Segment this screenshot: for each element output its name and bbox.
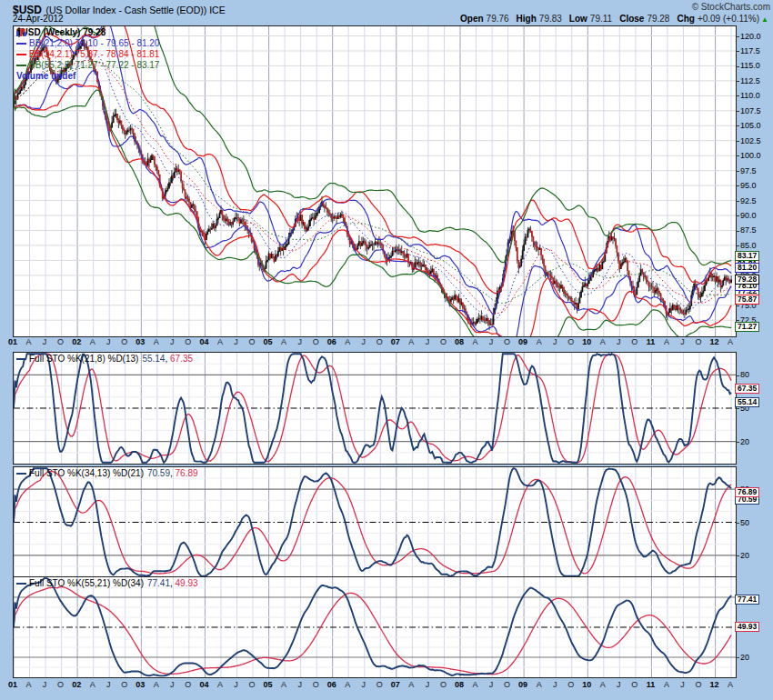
x-axis-tick-label: J <box>483 337 499 346</box>
x-axis-tick-label: 02 <box>68 680 85 689</box>
x-axis-tick-label: A <box>595 337 611 346</box>
x-axis-tick-label: J <box>419 337 436 346</box>
x-axis-tick-label: O <box>499 337 516 346</box>
x-axis-tick-label: A <box>722 680 738 689</box>
x-axis-tick-label: 03 <box>132 337 148 346</box>
series-label: $USD (Weekly) 79.28 <box>16 27 105 38</box>
ohlc-value: 79.11 <box>590 14 612 24</box>
stochastic-panel-2: Full STO %K(34,13) %D(21)70.59, 76.89 <box>13 466 737 578</box>
x-axis-tick-label: J <box>292 337 308 346</box>
x-axis-tick-label: 06 <box>324 680 340 689</box>
stoch-k-value: 70.59 <box>147 468 170 479</box>
current-value-box: 77.41 <box>735 595 759 605</box>
x-axis-tick-label: O <box>499 680 516 689</box>
current-value-box: 79.28 <box>735 275 759 285</box>
x-axis-tick-label: A <box>276 680 292 689</box>
x-axis-tick-label: 10 <box>578 337 595 346</box>
x-axis-tick-label: A <box>21 680 37 689</box>
x-axis-tick-label: J <box>419 680 436 689</box>
stoch-d-value: 76.89 <box>176 468 198 479</box>
y-axis-tick-label: 87.5 <box>736 225 757 235</box>
ohlc-label: High <box>517 14 537 24</box>
y-axis-tick-label: 100.0 <box>736 151 761 160</box>
stochastic-canvas <box>14 577 736 677</box>
stoch-name: Full STO %K(34,13) %D(21) <box>29 468 144 479</box>
copyright-label: © StockCharts.com <box>692 2 770 12</box>
x-axis-tick-label: O <box>307 337 324 346</box>
current-value-box: 71.27 <box>735 322 759 332</box>
x-axis-tick-label: O <box>244 680 260 689</box>
x-axis-tick-label: 06 <box>324 337 340 346</box>
ohlc-value: 79.76 <box>487 14 509 24</box>
x-axis-tick-label: 10 <box>578 680 595 689</box>
x-axis-tick-label: 02 <box>68 337 85 346</box>
x-axis-tick-label: A <box>212 680 228 689</box>
x-axis-tick-label: O <box>116 337 133 346</box>
legend-series: $USD (Weekly) 79.28 <box>16 27 159 38</box>
x-axis-tick-label: 08 <box>451 680 467 689</box>
x-axis-tick-label: O <box>627 680 643 689</box>
x-axis-tick-label: A <box>276 337 292 346</box>
current-value-box: 75.87 <box>735 295 759 305</box>
stoch-d-value: 49.93 <box>176 578 198 589</box>
x-axis-tick-label: A <box>403 680 419 689</box>
stoch-name: Full STO %K(55,21) %D(34) <box>29 578 144 589</box>
x-axis-tick-label: J <box>100 337 116 346</box>
legend-band-1: BB(34,2.1) 75.87 - 78.84 - 81.81 <box>16 49 159 60</box>
x-axis-tick-label: 09 <box>515 337 531 346</box>
y-axis-tick-label: 50 <box>736 404 749 413</box>
y-axis-tick-label: 107.5 <box>736 106 761 115</box>
stochastic-panel-3: Full STO %K(55,21) %D(34)77.41, 49.93 <box>13 576 737 678</box>
y-axis-tick-label: 20 <box>736 437 749 446</box>
y-axis-tick-label: 90.0 <box>736 211 757 220</box>
x-axis-tick-label: 04 <box>196 337 212 346</box>
ohlc-label: Close <box>619 14 644 24</box>
y-axis-tick-label: 20 <box>736 653 749 662</box>
x-axis-tick-label: A <box>339 680 356 689</box>
band-label: BB(34,2.1) 75.87 - 78.84 - 81.81 <box>29 49 159 60</box>
y-axis-tick-label: 50 <box>736 518 749 527</box>
y-axis-tick-label: 80 <box>736 485 749 494</box>
current-value-box: 81.81 <box>735 259 759 269</box>
y-axis-tick-label: 72.5 <box>736 315 757 325</box>
x-axis-tick-label: 09 <box>515 680 531 689</box>
x-axis-tick-label: 04 <box>196 680 212 689</box>
current-value-box: 67.35 <box>735 384 759 394</box>
x-axis-tick-label: A <box>21 337 37 346</box>
x-axis-tick-label: J <box>36 337 53 346</box>
y-axis-tick-label: 95.0 <box>736 181 757 190</box>
y-axis-tick-label: 105.0 <box>736 121 761 130</box>
band-label: BB(55,2.5) 71.27 - 77.22 - 83.17 <box>29 60 159 71</box>
y-axis-tick-label: 50 <box>736 623 749 632</box>
x-axis-tick-label: 01 <box>5 680 21 689</box>
change-up-arrow-icon: ▲ <box>761 15 768 24</box>
x-axis-tick-label: A <box>339 337 356 346</box>
x-axis-tick-label: A <box>531 337 547 346</box>
x-axis-tick-label: J <box>36 680 53 689</box>
main-chart-legend: $USD (Weekly) 79.28BB(21,2.0) 78.10 - 79… <box>16 27 159 82</box>
x-axis-tick-label: O <box>435 680 451 689</box>
x-axis-tick-label: O <box>563 337 579 346</box>
x-axis-tick-label: J <box>610 680 627 689</box>
x-axis-tick-label: A <box>658 680 675 689</box>
x-axis-tick-label: A <box>85 337 101 346</box>
x-axis-tick-label: J <box>100 680 116 689</box>
x-axis-tick-label: A <box>467 337 484 346</box>
x-axis-tick-label: J <box>356 337 372 346</box>
current-value-box: 77.22 <box>735 286 759 296</box>
x-axis-tick-label: A <box>403 337 419 346</box>
y-axis-tick-label: 82.5 <box>736 255 757 265</box>
y-axis-tick-label: 117.5 <box>736 46 760 55</box>
current-value-box: 55.14 <box>735 397 759 407</box>
stochastic-legend: Full STO %K(55,21) %D(34)77.41, 49.93 <box>16 578 198 589</box>
x-axis-tick-label: J <box>227 680 244 689</box>
x-axis-tick-label: 11 <box>642 337 658 346</box>
subheader-row: 24-Apr-2012 Open79.76High79.83Low79.11Cl… <box>13 14 770 25</box>
y-axis-tick-label: 115.0 <box>736 61 760 70</box>
current-value-box: 78.10 <box>735 281 759 291</box>
stoch-line-swatch <box>16 583 26 585</box>
ohlc-label: Low <box>569 14 587 24</box>
x-axis-tick-label: 08 <box>451 337 467 346</box>
x-axis-tick-label: O <box>690 680 707 689</box>
legend-band-2: BB(55,2.5) 71.27 - 77.22 - 83.17 <box>16 60 159 71</box>
